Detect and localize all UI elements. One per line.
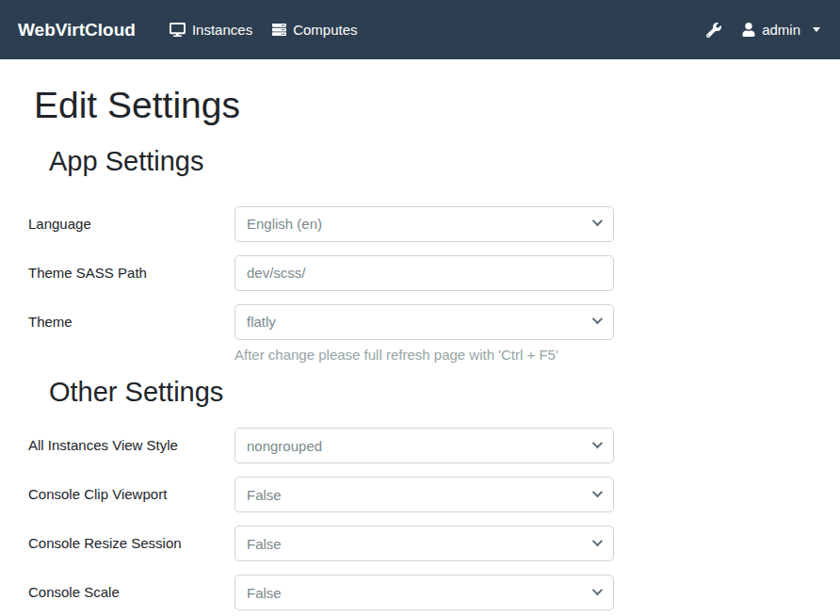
wrench-icon xyxy=(706,23,721,38)
select-value: English (en) xyxy=(247,216,322,232)
chevron-down-icon xyxy=(592,438,603,448)
field-control xyxy=(234,255,614,291)
field-control: False xyxy=(234,526,614,561)
section-title-app-settings: App Settings xyxy=(49,145,840,178)
console-clip-viewport-select[interactable]: False xyxy=(234,477,614,512)
select-value: False xyxy=(247,536,282,552)
select-value: False xyxy=(247,487,282,503)
nav-item-instances[interactable]: Instances xyxy=(170,22,252,38)
chevron-down-icon xyxy=(592,536,603,546)
help-text: After change please full refresh page wi… xyxy=(234,347,614,363)
nav-item-label: Instances xyxy=(192,22,252,38)
field-control: flatlyAfter change please full refresh p… xyxy=(234,304,614,363)
console-resize-session-select[interactable]: False xyxy=(234,526,614,561)
chevron-down-icon xyxy=(813,27,820,32)
field-row-console-resize-session: Console Resize SessionFalse xyxy=(28,526,840,561)
main-content: Edit Settings App SettingsLanguageEnglis… xyxy=(0,84,840,610)
theme-sass-path-input[interactable] xyxy=(234,255,614,291)
chevron-down-icon xyxy=(592,314,603,324)
chevron-down-icon xyxy=(592,585,603,595)
chevron-down-icon xyxy=(592,216,603,226)
select-value: False xyxy=(247,585,282,601)
all-instances-view-style-select[interactable]: nongrouped xyxy=(234,428,614,463)
nav-item-label: Computes xyxy=(293,22,357,38)
desktop-icon xyxy=(170,23,186,37)
field-row-console-clip-viewport: Console Clip ViewportFalse xyxy=(28,477,840,512)
field-label: Console Clip Viewport xyxy=(28,477,234,502)
field-control: English (en) xyxy=(234,206,614,242)
top-navbar: WebVirtCloud Instances Computes admin xyxy=(0,0,840,59)
theme-select[interactable]: flatly xyxy=(234,304,614,340)
console-scale-select[interactable]: False xyxy=(234,575,614,610)
page-title: Edit Settings xyxy=(34,84,840,128)
field-label: All Instances View Style xyxy=(28,428,234,453)
brand-logo[interactable]: WebVirtCloud xyxy=(18,20,136,41)
field-label: Theme SASS Path xyxy=(28,255,234,281)
field-label: Console Scale xyxy=(28,575,234,600)
field-label: Console Resize Session xyxy=(28,526,234,551)
field-row-language: LanguageEnglish (en) xyxy=(28,206,840,242)
select-value: flatly xyxy=(247,314,276,330)
field-label: Language xyxy=(28,206,234,232)
settings-wrench-button[interactable] xyxy=(706,23,721,38)
field-label: Theme xyxy=(28,304,234,330)
select-value: nongrouped xyxy=(247,438,322,454)
user-menu[interactable]: admin xyxy=(742,22,820,38)
language-select[interactable]: English (en) xyxy=(234,206,614,242)
field-control: nongrouped xyxy=(234,428,614,463)
user-name: admin xyxy=(762,22,800,38)
section-title-other-settings: Other Settings xyxy=(49,376,840,409)
settings-form: App SettingsLanguageEnglish (en)Theme SA… xyxy=(0,145,840,611)
field-row-all-instances-view-style: All Instances View Stylenongrouped xyxy=(28,428,840,463)
field-row-console-scale: Console ScaleFalse xyxy=(28,575,840,610)
navbar-right: admin xyxy=(706,22,820,38)
chevron-down-icon xyxy=(592,487,603,497)
field-row-theme: ThemeflatlyAfter change please full refr… xyxy=(28,304,840,363)
field-row-theme-sass-path: Theme SASS Path xyxy=(28,255,840,291)
user-icon xyxy=(742,23,755,37)
field-control: False xyxy=(234,477,614,512)
server-icon xyxy=(272,23,286,37)
nav-item-computes[interactable]: Computes xyxy=(272,22,357,38)
field-control: False xyxy=(234,575,614,610)
